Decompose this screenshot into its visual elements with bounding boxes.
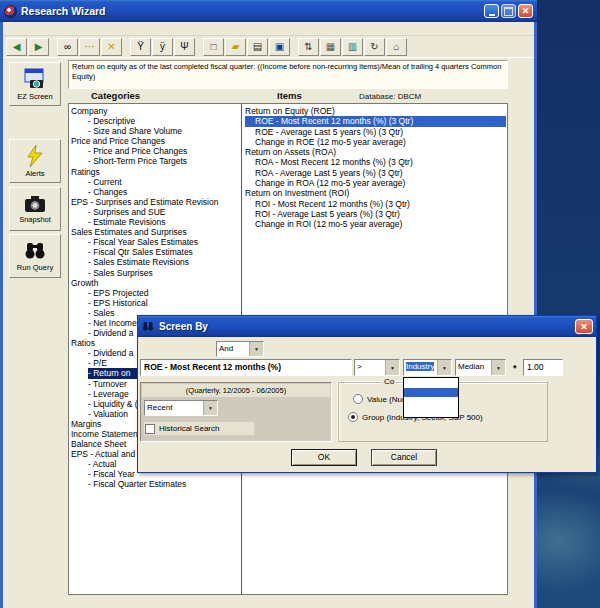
item-roe-average-last-5-years-3-qtr[interactable]: ROE - Average Last 5 years (%) (3 Qtr) bbox=[245, 127, 506, 137]
recency-select[interactable]: Recent ▼ bbox=[144, 400, 218, 416]
toolbar-psi-tree[interactable]: Ψ bbox=[174, 38, 195, 56]
item-roa-average-last-5-years-3-qtr[interactable]: ROA - Average Last 5 years (%) (3 Qtr) bbox=[245, 168, 506, 178]
item-roi-average-last-5-years-3-qtr[interactable]: ROI - Average Last 5 years (%) (3 Qtr) bbox=[245, 209, 506, 219]
factor-input[interactable]: 1.00 bbox=[523, 359, 563, 376]
item-return-on-assets-roa[interactable]: Return on Assets (ROA) bbox=[245, 147, 506, 157]
criterion-field[interactable]: ROE - Most Recent 12 months (%) bbox=[140, 359, 352, 376]
window-titlebar[interactable]: Research Wizard ✕ bbox=[0, 0, 537, 22]
binoculars-icon bbox=[23, 241, 47, 261]
category-fiscal-year-sales-estimates[interactable]: Fiscal Year Sales Estimates bbox=[71, 237, 240, 247]
category-ratings[interactable]: Ratings bbox=[71, 167, 240, 177]
toolbar-save-floppy[interactable]: ▣ bbox=[269, 38, 290, 56]
sidebar-item-label: Alerts bbox=[25, 169, 44, 178]
toolbar-trash[interactable]: ▥ bbox=[342, 38, 363, 56]
item-roa-most-recent-12-months-3-qtr[interactable]: ROA - Most Recent 12 months (%) (3 Qtr) bbox=[245, 157, 506, 167]
toolbar-print-preview[interactable]: ▤ bbox=[247, 38, 268, 56]
close-icon[interactable]: ✕ bbox=[518, 4, 533, 18]
screen-camera-icon bbox=[22, 68, 48, 90]
toolbar-open-folder[interactable]: ▰ bbox=[225, 38, 246, 56]
cancel-button[interactable]: Cancel bbox=[371, 449, 437, 466]
window-title: Research Wizard bbox=[21, 5, 484, 17]
dropdown-option-s-p-500[interactable] bbox=[404, 407, 458, 417]
category-fiscal-quarter-estimates[interactable]: Fiscal Quarter Estimates bbox=[71, 479, 240, 489]
toolbar-options-dots[interactable]: ··· bbox=[79, 38, 100, 56]
toolbar-forward[interactable]: ▶ bbox=[28, 38, 49, 56]
category-changes[interactable]: Changes bbox=[71, 187, 240, 197]
category-estimate-revisions[interactable]: Estimate Revisions bbox=[71, 217, 240, 227]
category-short-term-price-targets[interactable]: Short-Term Price Targets bbox=[71, 156, 240, 166]
chevron-down-icon[interactable]: ▼ bbox=[437, 360, 451, 375]
category-price-and-price-changes[interactable]: Price and Price Changes bbox=[71, 146, 240, 156]
ok-button[interactable]: OK bbox=[291, 449, 357, 466]
group-by-select[interactable]: Industry ▼ bbox=[403, 359, 452, 376]
dialog-titlebar[interactable]: Screen By ✕ bbox=[138, 316, 596, 337]
chevron-down-icon[interactable]: ▼ bbox=[491, 360, 505, 375]
toolbar-back[interactable]: ◀ bbox=[6, 38, 27, 56]
category-price-and-price-changes[interactable]: Price and Price Changes bbox=[71, 136, 240, 146]
category-sales-estimates-and-surprises[interactable]: Sales Estimates and Surprises bbox=[71, 227, 240, 237]
dropdown-option-x-industry[interactable] bbox=[404, 378, 458, 388]
category-company[interactable]: Company bbox=[71, 106, 240, 116]
dropdown-option-sector[interactable] bbox=[404, 397, 458, 407]
binoculars-icon bbox=[141, 321, 155, 332]
options-dots-icon: ··· bbox=[85, 42, 95, 52]
category-growth[interactable]: Growth bbox=[71, 278, 240, 288]
category-surprises-and-sue[interactable]: Surprises and SUE bbox=[71, 207, 240, 217]
trash-icon: ▥ bbox=[348, 42, 357, 52]
category-sales-surprises[interactable]: Sales Surprises bbox=[71, 268, 240, 278]
run-query-button[interactable]: Run Query bbox=[9, 234, 61, 278]
dropdown-option-m-industry[interactable] bbox=[404, 388, 458, 398]
sidebar-item-label: Snapshot bbox=[19, 215, 51, 224]
minimize-icon[interactable] bbox=[484, 4, 499, 18]
redo-icon: ↻ bbox=[370, 42, 378, 52]
historical-search-checkbox[interactable] bbox=[145, 424, 155, 434]
item-change-in-roi-12-mo-5-year-average[interactable]: Change in ROI (12 mo-5 year average) bbox=[245, 219, 506, 229]
chevron-down-icon[interactable]: ▼ bbox=[203, 401, 217, 415]
item-change-in-roe-12-mo-5-year-average[interactable]: Change in ROE (12 mo-5 year average) bbox=[245, 137, 506, 147]
item-return-on-investment-roi[interactable]: Return on Investment (ROI) bbox=[245, 188, 506, 198]
historical-search-label: Historical Search bbox=[159, 424, 219, 433]
chevron-down-icon[interactable]: ▼ bbox=[385, 360, 399, 375]
research-wizard-window: Research Wizard ✕ ◀▶∞···✕ŸÿΨ□▰▤▣⇅▦▥↻⌂ EZ… bbox=[0, 0, 537, 608]
statistic-value: Median bbox=[456, 360, 491, 375]
run-query-binoculars-icon: ∞ bbox=[64, 42, 71, 52]
item-return-on-equity-roe[interactable]: Return on Equity (ROE) bbox=[245, 106, 506, 116]
maximize-icon[interactable] bbox=[501, 4, 516, 18]
close-icon[interactable]: ✕ bbox=[575, 319, 593, 334]
items-list: Return on Equity (ROE)ROE - Most Recent … bbox=[245, 106, 506, 230]
toolbar-run-query-binoculars[interactable]: ∞ bbox=[57, 38, 78, 56]
toolbar-sort-az[interactable]: ⇅ bbox=[298, 38, 319, 56]
item-roi-most-recent-12-months-3-qtr[interactable]: ROI - Most Recent 12 months (%) (3 Qtr) bbox=[245, 199, 506, 209]
toolbar-person-small[interactable]: ÿ bbox=[152, 38, 173, 56]
item-roe-most-recent-12-months-3-qtr[interactable]: ROE - Most Recent 12 months (%) (3 Qtr) bbox=[245, 116, 506, 126]
alerts-button[interactable]: Alerts bbox=[9, 139, 61, 183]
category-size-and-share-volume[interactable]: Size and Share Volume bbox=[71, 126, 240, 136]
toolbar-delete-x[interactable]: ✕ bbox=[101, 38, 122, 56]
logic-operator-select[interactable]: And ▼ bbox=[216, 341, 264, 357]
toolbar-redo[interactable]: ↻ bbox=[364, 38, 385, 56]
category-descriptive[interactable]: Descriptive bbox=[71, 116, 240, 126]
snapshot-button[interactable]: Snapshot bbox=[9, 187, 61, 231]
group-radio[interactable] bbox=[348, 412, 358, 422]
period-group: (Quarterly, 12/2005 - 06/2005) Recent ▼ … bbox=[140, 382, 332, 442]
ez-screen-button[interactable]: EZ Screen bbox=[9, 62, 61, 106]
category-eps-historical[interactable]: EPS Historical bbox=[71, 298, 240, 308]
delete-x-icon: ✕ bbox=[107, 42, 115, 52]
statistic-select[interactable]: Median ▼ bbox=[455, 359, 506, 376]
item-change-in-roa-12-mo-5-year-average[interactable]: Change in ROA (12 mo-5 year average) bbox=[245, 178, 506, 188]
toolbar-person[interactable]: Ÿ bbox=[130, 38, 151, 56]
new-document-icon: □ bbox=[210, 42, 216, 52]
operator-select[interactable]: > ▼ bbox=[354, 359, 400, 376]
category-sales-estimate-revisions[interactable]: Sales Estimate Revisions bbox=[71, 257, 240, 267]
value-radio[interactable] bbox=[353, 394, 363, 404]
category-fiscal-qtr-sales-estimates[interactable]: Fiscal Qtr Sales Estimates bbox=[71, 247, 240, 257]
category-eps-projected[interactable]: EPS Projected bbox=[71, 288, 240, 298]
toolbar-new-document[interactable]: □ bbox=[203, 38, 224, 56]
chevron-down-icon[interactable]: ▼ bbox=[249, 342, 263, 356]
category-eps-surprises-and-estimate-revision[interactable]: EPS - Surprises and Estimate Revision bbox=[71, 197, 240, 207]
toolbar-home[interactable]: ⌂ bbox=[386, 38, 407, 56]
category-current[interactable]: Current bbox=[71, 177, 240, 187]
toolbar-print[interactable]: ▦ bbox=[320, 38, 341, 56]
person-icon: Ÿ bbox=[137, 42, 144, 52]
home-icon: ⌂ bbox=[393, 42, 399, 52]
